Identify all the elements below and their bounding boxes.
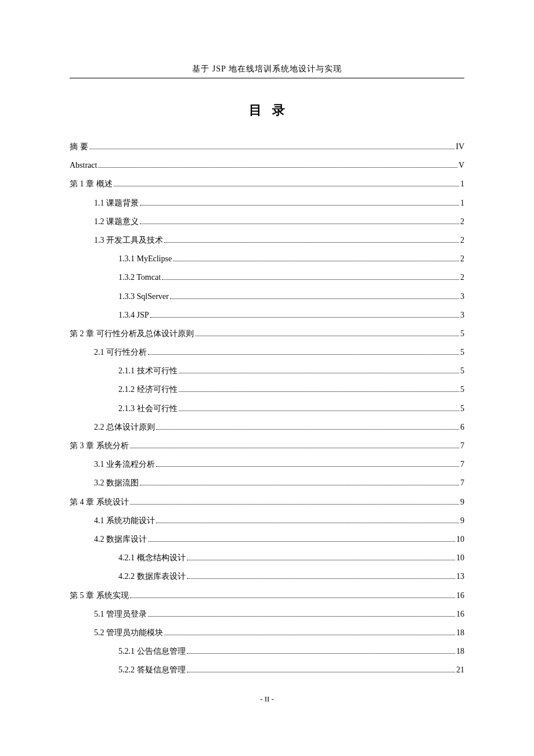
toc-entry: 2.1 可行性分析5 (70, 343, 464, 362)
toc-leader-dots (89, 149, 455, 149)
toc-leader-dots (148, 354, 459, 355)
toc-entry-page: 10 (456, 530, 464, 549)
toc-entry-page: 2 (460, 268, 464, 287)
toc-entry-label: 3.2 数据流图 (94, 474, 139, 492)
toc-entry: 5.2 管理员功能模块18 (70, 624, 464, 642)
toc-entry: 2.1.2 经济可行性5 (70, 380, 464, 399)
toc-leader-dots (150, 317, 459, 318)
toc-entry: 5.2.2 答疑信息管理21 (70, 661, 464, 679)
toc-leader-dots (195, 336, 460, 336)
toc-entry-page: 5 (460, 399, 464, 418)
toc-leader-dots (187, 672, 456, 672)
toc-entry-page: 1 (460, 194, 464, 213)
toc-entry-page: 3 (460, 287, 464, 306)
toc-entry: 2.1.1 技术可行性5 (70, 362, 464, 380)
toc-entry-page: 5 (460, 380, 464, 399)
toc-leader-dots (187, 578, 456, 579)
page-footer: - II - (0, 694, 534, 704)
toc-entry: 3.2 数据流图7 (70, 474, 464, 492)
toc-entry-page: V (459, 156, 464, 175)
toc-entry-page: 5 (460, 325, 464, 343)
toc-leader-dots (140, 224, 459, 224)
toc-entry-page: 13 (456, 567, 464, 586)
toc-leader-dots (148, 541, 455, 542)
toc-entry-label: 5.1 管理员登录 (94, 605, 147, 624)
toc-entry-page: 2 (460, 231, 464, 250)
toc-entry: 第 4 章 系统设计9 (70, 493, 464, 512)
toc-leader-dots (156, 523, 459, 523)
toc-entry-page: 2 (460, 250, 464, 268)
toc-entry-label: 2.1.3 社会可行性 (118, 399, 178, 418)
toc-entry-label: 5.2.1 公告信息管理 (118, 642, 186, 661)
toc-entry-label: 第 3 章 系统分析 (70, 437, 129, 455)
toc-entry-label: 2.1.1 技术可行性 (118, 362, 178, 380)
header-divider (70, 78, 464, 78)
toc-leader-dots (148, 616, 455, 617)
toc-entry-label: 4.2.2 数据库表设计 (118, 567, 186, 586)
toc-entry-page: 21 (456, 661, 464, 679)
toc-leader-dots (187, 653, 456, 654)
table-of-contents: 摘 要IVAbstractV第 1 章 概述11.1 课题背景11.2 课题意义… (70, 138, 464, 679)
toc-leader-dots (179, 391, 460, 392)
page-number: - II - (260, 694, 274, 703)
toc-entry-label: 1.1 课题背景 (94, 194, 139, 213)
toc-entry: 4.2 数据库设计10 (70, 530, 464, 549)
toc-entry: 4.2.2 数据库表设计13 (70, 567, 464, 586)
toc-entry-label: 第 1 章 概述 (70, 175, 113, 193)
toc-leader-dots (130, 504, 460, 505)
toc-entry-page: 6 (460, 418, 464, 437)
toc-entry-label: 5.2.2 答疑信息管理 (118, 661, 186, 679)
toc-entry-label: 4.2.1 概念结构设计 (118, 549, 186, 567)
toc-entry-label: 2.2 总体设计原则 (94, 418, 155, 437)
toc-entry-label: 第 5 章 系统实现 (70, 586, 129, 605)
toc-entry: 1.3.2 Tomcat2 (70, 268, 464, 287)
toc-entry-page: 5 (460, 343, 464, 362)
toc-entry-page: 7 (460, 455, 464, 474)
document-header-title: 基于 JSP 地在线培训系统地设计与实现 (70, 64, 464, 74)
toc-entry: 4.2.1 概念结构设计10 (70, 549, 464, 567)
toc-title: 目录 (70, 102, 464, 119)
toc-entry-page: 9 (460, 493, 464, 512)
toc-entry-label: 1.3.3 SqlServer (118, 287, 169, 306)
toc-entry: 1.3.3 SqlServer3 (70, 287, 464, 306)
toc-entry-page: 2 (460, 213, 464, 231)
toc-entry: 摘 要IV (70, 138, 464, 156)
toc-entry-label: 5.2 管理员功能模块 (94, 624, 163, 642)
toc-leader-dots (140, 205, 459, 206)
toc-entry-page: 18 (456, 642, 464, 661)
document-page: 基于 JSP 地在线培训系统地设计与实现 目录 摘 要IVAbstractV第 … (0, 0, 534, 714)
toc-entry: 第 1 章 概述1 (70, 175, 464, 193)
toc-entry-label: 4.2 数据库设计 (94, 530, 147, 549)
toc-leader-dots (98, 167, 457, 168)
toc-entry: 3.1 业务流程分析7 (70, 455, 464, 474)
toc-entry-page: 16 (456, 605, 464, 624)
toc-entry-page: 9 (460, 512, 464, 530)
toc-leader-dots (140, 485, 459, 485)
toc-leader-dots (130, 448, 460, 448)
toc-leader-dots (162, 279, 459, 280)
toc-entry-page: 18 (456, 624, 464, 642)
toc-entry-label: 2.1 可行性分析 (94, 343, 147, 362)
toc-entry: 1.1 课题背景1 (70, 194, 464, 213)
toc-entry-label: 2.1.2 经济可行性 (118, 380, 178, 399)
toc-leader-dots (170, 298, 459, 299)
toc-entry-label: 第 4 章 系统设计 (70, 493, 129, 512)
toc-entry-label: 4.1 系统功能设计 (94, 512, 155, 530)
toc-entry-page: IV (456, 138, 464, 156)
toc-entry: 4.1 系统功能设计9 (70, 512, 464, 530)
toc-entry-label: 1.3.2 Tomcat (118, 268, 161, 287)
toc-entry-page: 10 (456, 549, 464, 567)
toc-entry-label: Abstract (70, 156, 97, 175)
toc-leader-dots (164, 635, 455, 635)
toc-entry-label: 1.3.4 JSP (118, 306, 149, 325)
toc-leader-dots (156, 466, 459, 467)
toc-entry-label: 摘 要 (70, 138, 88, 156)
toc-entry: AbstractV (70, 156, 464, 175)
toc-entry: 第 2 章 可行性分析及总体设计原则5 (70, 325, 464, 343)
toc-entry-page: 5 (460, 362, 464, 380)
toc-entry-label: 3.1 业务流程分析 (94, 455, 155, 474)
toc-entry: 1.2 课题意义2 (70, 213, 464, 231)
toc-leader-dots (173, 261, 459, 261)
toc-entry-page: 16 (456, 586, 464, 605)
toc-entry-label: 第 2 章 可行性分析及总体设计原则 (70, 325, 194, 343)
